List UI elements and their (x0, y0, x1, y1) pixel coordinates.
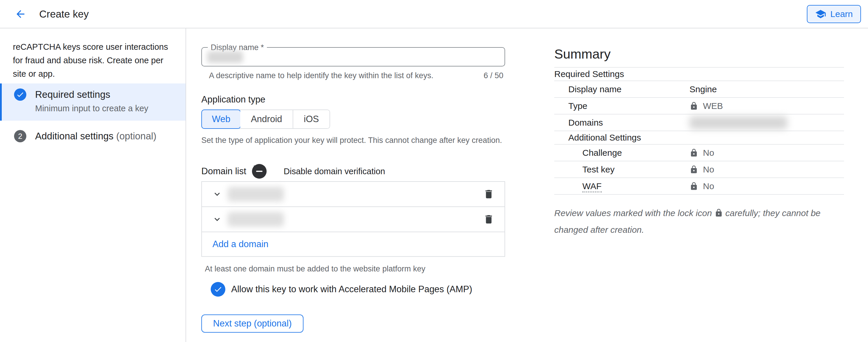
arrow-back-icon (14, 8, 26, 20)
delete-domain-button[interactable] (482, 213, 495, 226)
display-name-label: Display name * (208, 43, 267, 52)
application-type-label: Application type (202, 94, 505, 105)
app-type-android-button[interactable]: Android (240, 110, 293, 128)
application-type-segmented-control: Web Android iOS (202, 110, 330, 129)
step-optional-suffix: (optional) (116, 131, 157, 141)
domain-row (202, 182, 504, 207)
application-type-helper: Set the type of application your key wil… (202, 136, 505, 145)
next-step-button[interactable]: Next step (optional) (202, 314, 304, 333)
type-value: WEB (703, 101, 723, 111)
lock-icon (689, 182, 698, 191)
summary-row-domains: Domains (554, 114, 844, 131)
trash-icon (483, 214, 494, 225)
add-domain-link[interactable]: Add a domain (213, 239, 268, 250)
display-name-field[interactable]: Display name * (202, 47, 505, 66)
step-title: Required settings (35, 89, 110, 100)
back-button[interactable] (13, 7, 28, 21)
sidebar-step-additional-settings[interactable]: 2 Additional settings (optional) (0, 130, 186, 142)
summary-row-challenge: Challenge No (554, 145, 844, 161)
challenge-value: No (703, 148, 714, 158)
add-domain-row: Add a domain (202, 232, 504, 256)
domain-list-box: Add a domain (202, 181, 505, 257)
page-title: Create key (39, 8, 89, 20)
trash-icon (483, 189, 494, 200)
content: reCAPTCHA keys score user interactions f… (0, 28, 868, 342)
amp-toggle[interactable] (202, 284, 224, 295)
summary-row-display-name: Display name Sngine (554, 81, 844, 98)
summary-row-test-key: Test key No (554, 161, 844, 178)
waf-value: No (703, 181, 714, 191)
disable-domain-verification-toggle[interactable] (254, 166, 276, 177)
top-bar: Create key Learn (0, 0, 868, 28)
step-title: Additional settings (optional) (35, 131, 157, 142)
expand-domain-button[interactable] (211, 213, 223, 225)
test-key-value: No (703, 165, 714, 174)
domain-row (202, 207, 504, 232)
summary-panel: Summary Required Settings Display name S… (554, 28, 844, 342)
display-name-helper: A descriptive name to help identify the … (209, 71, 433, 80)
create-key-form: Display name * A descriptive name to hel… (186, 28, 505, 342)
expand-domain-button[interactable] (211, 188, 223, 200)
domain-list-helper: At least one domain must be added to the… (205, 264, 505, 274)
recaptcha-intro-text: reCAPTCHA keys score user interactions f… (13, 40, 174, 81)
step-number-badge: 2 (14, 130, 26, 142)
display-name-value: Sngine (689, 84, 717, 94)
step-subtitle: Minimum input to create a key (35, 104, 186, 113)
domain-redacted-value (228, 187, 284, 201)
chevron-down-icon (212, 214, 222, 225)
graduation-cap-icon (815, 8, 826, 20)
disable-domain-verification-label: Disable domain verification (284, 167, 385, 176)
sidebar-step-required-settings[interactable]: Required settings Minimum input to creat… (0, 83, 186, 121)
summary-row-type: Type WEB (554, 98, 844, 114)
lock-icon (689, 165, 698, 174)
lock-icon (714, 208, 723, 217)
lock-icon (689, 102, 698, 110)
domain-list-label: Domain list (202, 166, 246, 176)
character-counter: 6 / 50 (484, 71, 503, 80)
lock-warning-note: Review values marked with the lock iconc… (554, 205, 844, 238)
minus-icon (256, 171, 262, 172)
lock-icon (689, 148, 698, 157)
chevron-down-icon (212, 189, 222, 199)
summary-title: Summary (554, 47, 844, 62)
summary-section-required-settings: Required Settings (554, 68, 844, 81)
learn-button-label: Learn (830, 9, 853, 19)
display-name-redacted-value (207, 51, 243, 63)
delete-domain-button[interactable] (482, 188, 495, 201)
toggle-knob (252, 164, 267, 179)
domain-redacted-value (228, 212, 284, 227)
check-icon (214, 285, 222, 294)
stepper-sidebar: reCAPTCHA keys score user interactions f… (0, 28, 186, 342)
summary-section-additional-settings: Additional Settings (554, 131, 844, 145)
learn-button[interactable]: Learn (807, 5, 861, 23)
step-complete-check-icon (14, 88, 26, 101)
toggle-knob (211, 282, 225, 296)
summary-table: Required Settings Display name Sngine Ty… (554, 67, 844, 195)
summary-row-waf: WAF No (554, 178, 844, 195)
amp-toggle-label: Allow this key to work with Accelerated … (231, 284, 472, 294)
app-type-web-button[interactable]: Web (202, 110, 241, 129)
waf-term[interactable]: WAF (582, 181, 602, 192)
app-type-ios-button[interactable]: iOS (293, 110, 330, 128)
domains-redacted-value (689, 116, 787, 129)
